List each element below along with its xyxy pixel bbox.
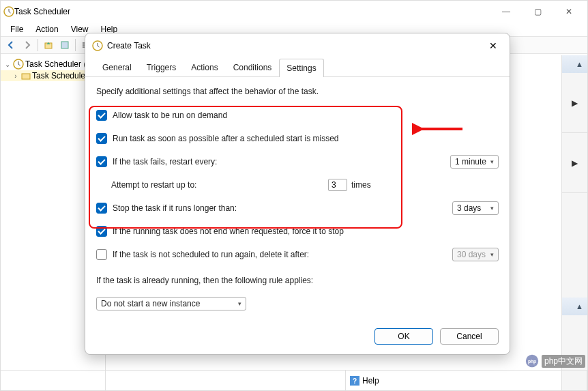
refresh-button[interactable] (57, 38, 72, 53)
dialog-titlebar: Create Task ✕ (85, 33, 510, 58)
label-already-running: If the task is already running, then the… (96, 276, 499, 285)
php-icon: php (525, 354, 539, 368)
label-force-stop: If the running task does not end when re… (113, 227, 499, 236)
status-help-label: Help (362, 376, 379, 386)
watermark-text: php中文网 (542, 355, 585, 368)
window-title: Task Scheduler (14, 7, 490, 16)
tab-triggers[interactable]: Triggers (139, 58, 184, 76)
tree-child-label: Task Schedule (32, 71, 85, 81)
chevron-down-icon: ▾ (490, 205, 494, 212)
opt-rule-select-row: Do not start a new instance▾ (96, 295, 499, 312)
checkbox-force-stop[interactable] (96, 226, 107, 237)
opt-already-running-label: If the task is already running, then the… (96, 272, 499, 289)
checkbox-restart-every[interactable] (96, 156, 107, 167)
forward-button[interactable] (20, 38, 35, 53)
status-cell-1 (1, 371, 106, 390)
maximize-button[interactable]: ▢ (522, 1, 553, 23)
select-delete-after: 30 days▾ (452, 248, 499, 261)
up-button[interactable] (41, 38, 56, 53)
label-delete-after: If the task is not scheduled to run agai… (113, 250, 452, 259)
ok-button[interactable]: OK (374, 328, 433, 345)
tab-general[interactable]: General (95, 58, 139, 76)
checkbox-allow-on-demand[interactable] (96, 110, 107, 121)
chevron-right-icon: › (12, 72, 20, 80)
folder-icon (21, 71, 31, 81)
checkbox-run-missed[interactable] (96, 133, 107, 144)
svg-text:?: ? (353, 377, 357, 385)
actions-expand-2[interactable]: ▶ (562, 133, 587, 193)
toolbar-sep (38, 39, 38, 51)
actions-expand-1[interactable]: ▶ (562, 73, 587, 133)
menu-action[interactable]: Action (30, 23, 63, 35)
dialog-close-button[interactable]: ✕ (484, 38, 503, 54)
dialog-title: Create Task (107, 41, 484, 50)
opt-attempt-restart: Attempt to restart up to: times (111, 177, 499, 193)
toolbar-sep2 (75, 39, 76, 51)
statusbar: ? Help (1, 370, 587, 390)
select-running-rule[interactable]: Do not start a new instance▾ (96, 297, 246, 310)
opt-stop-longer[interactable]: Stop the task if it runs longer than: 3 … (96, 200, 499, 216)
opt-allow-on-demand[interactable]: Allow task to be run on demand (96, 107, 499, 124)
svg-text:php: php (528, 359, 536, 364)
tree-root-label: Task Scheduler (L (25, 59, 91, 69)
dialog-body: Specify additional settings that affect … (85, 77, 510, 330)
actions-panel: ▲ ▶ ▶ ▲ (561, 55, 587, 390)
label-allow-on-demand: Allow task to be run on demand (113, 111, 499, 120)
checkbox-delete-after[interactable] (96, 249, 107, 260)
collapse-up-icon2[interactable]: ▲ (576, 302, 583, 310)
chevron-down-icon: ▾ (490, 158, 494, 165)
minimize-button[interactable]: — (490, 1, 522, 23)
label-attempt-suffix: times (351, 180, 371, 190)
menu-file[interactable]: File (5, 23, 29, 35)
actions-panel-header2: ▲ (562, 298, 587, 315)
select-stop-duration[interactable]: 3 days▾ (452, 201, 499, 215)
tab-actions[interactable]: Actions (183, 58, 225, 76)
opt-restart-every[interactable]: If the task fails, restart every: 1 minu… (96, 154, 499, 170)
window-controls: — ▢ ✕ (490, 1, 585, 23)
opt-force-stop[interactable]: If the running task does not end when re… (96, 223, 499, 240)
checkbox-stop-longer[interactable] (96, 203, 107, 214)
chevron-down-icon: ⌄ (3, 61, 12, 68)
app-icon (3, 6, 14, 17)
label-restart-every: If the task fails, restart every: (113, 157, 450, 166)
svg-rect-2 (61, 42, 68, 48)
select-restart-interval[interactable]: 1 minute▾ (450, 155, 499, 169)
label-attempt: Attempt to restart up to: (111, 180, 328, 190)
opt-delete-after[interactable]: If the task is not scheduled to run agai… (96, 246, 499, 263)
tab-conditions[interactable]: Conditions (226, 58, 280, 76)
scheduler-icon (13, 59, 24, 70)
settings-note: Specify additional settings that affect … (96, 87, 499, 96)
titlebar: Task Scheduler — ▢ ✕ (1, 1, 587, 23)
collapse-up-icon[interactable]: ▲ (576, 60, 583, 68)
dialog-tabs: General Triggers Actions Conditions Sett… (85, 58, 510, 77)
chevron-down-icon: ▾ (490, 251, 494, 258)
status-cell-2 (106, 371, 346, 390)
cancel-button[interactable]: Cancel (440, 328, 499, 345)
opt-run-missed[interactable]: Run task as soon as possible after a sch… (96, 130, 499, 147)
label-run-missed: Run task as soon as possible after a sch… (113, 134, 499, 143)
svg-rect-9 (22, 74, 30, 79)
actions-panel-header: ▲ (562, 55, 587, 73)
close-button[interactable]: ✕ (553, 1, 585, 23)
dialog-icon (92, 40, 103, 51)
help-icon: ? (350, 376, 359, 386)
tab-settings[interactable]: Settings (279, 59, 323, 77)
create-task-dialog: Create Task ✕ General Triggers Actions C… (85, 33, 510, 355)
chevron-down-icon: ▾ (238, 300, 241, 307)
watermark: php php中文网 (525, 354, 585, 368)
status-help[interactable]: ? Help (346, 371, 587, 390)
input-attempt-count[interactable] (328, 179, 347, 191)
dialog-buttons: OK Cancel (374, 328, 499, 345)
label-stop-longer: Stop the task if it runs longer than: (113, 203, 452, 213)
back-button[interactable] (3, 38, 18, 53)
